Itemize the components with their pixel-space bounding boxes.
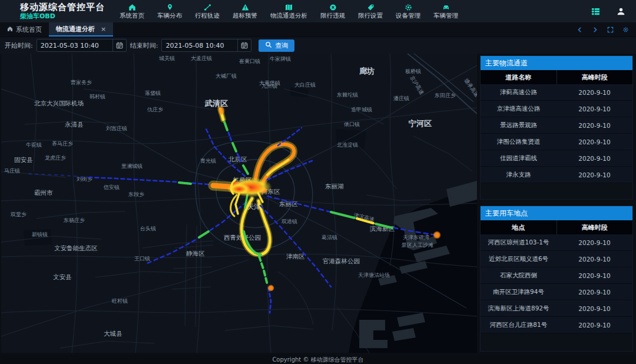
home-icon (128, 3, 136, 11)
svg-text:青光镇: 青光镇 (200, 158, 216, 164)
table-row[interactable]: 京津塘高速公路 2020-9-10 (481, 101, 632, 117)
nav-item-overlimit-alert[interactable]: 超标预警 (226, 3, 264, 20)
svg-text:武清区: 武清区 (204, 99, 228, 108)
table-row[interactable]: 滨海新区上海道892号 2020-9-10 (481, 300, 632, 317)
svg-text:俵口镇: 俵口镇 (343, 121, 360, 127)
gear-icon (405, 3, 412, 11)
tab-settings[interactable] (622, 24, 629, 35)
start-time-label: 开始时间: (5, 41, 33, 50)
table-row[interactable]: 河西区台儿庄路81号 2020-9-10 (481, 317, 632, 333)
filter-bar: 开始时间: 结束时间: 查询 (0, 37, 636, 54)
svg-text:韩村镇: 韩村镇 (90, 94, 105, 100)
tag-icon (367, 3, 375, 11)
user-icon[interactable] (617, 7, 625, 16)
nav-item-restriction-violation[interactable]: 限行违规 (314, 3, 352, 20)
table-row[interactable]: 近郊北辰区顺义道6号 2020-9-10 (481, 251, 632, 267)
cell-name: 南开区卫津路94号 (481, 284, 556, 300)
svg-text:景区人工沙滩: 景区人工沙滩 (402, 242, 433, 248)
tab-home-icon (7, 26, 13, 34)
search-icon (265, 41, 272, 50)
table-row[interactable]: 河西区琼州道103-1号 2020-9-10 (481, 234, 632, 251)
svg-text:大孟庄镇: 大孟庄镇 (191, 55, 212, 61)
table-row[interactable]: 景远路景观路 2020-9-10 (481, 117, 632, 134)
table-row[interactable]: 佳园道津霸线 2020-9-10 (481, 150, 632, 167)
app-subtitle: 柴油车OBD (20, 13, 105, 20)
table-row[interactable]: 南开区卫津路94号 2020-9-10 (481, 284, 632, 300)
svg-text:牛家牌镇: 牛家牌镇 (270, 56, 291, 62)
cell-peak-period: 2020-9-10 (556, 134, 632, 150)
nav-item-vehicle-management[interactable]: 车辆管理 (427, 3, 465, 20)
nav-item-label: 车辆分布 (157, 12, 182, 20)
settings-icon (622, 24, 629, 35)
svg-text:大白庄镇: 大白庄镇 (294, 82, 316, 88)
table-row[interactable]: 津永支路 2020-9-10 (481, 167, 632, 183)
tab-expand[interactable] (607, 24, 614, 35)
end-time-label: 结束时间: (130, 41, 158, 50)
nav-item-vehicle-distribution[interactable]: 车辆分布 (151, 3, 188, 20)
nav-item-label: 设备管理 (396, 12, 420, 20)
calendar-icon[interactable] (237, 39, 251, 51)
cell-name: 津永支路 (481, 167, 556, 183)
cell-peak-period: 2020-9-10 (556, 117, 632, 133)
start-time-input[interactable] (37, 42, 112, 49)
cell-peak-period: 2020-9-10 (556, 284, 632, 300)
svg-text:北辰区: 北辰区 (228, 155, 247, 163)
nav-item-restriction-settings[interactable]: 限行设置 (352, 3, 389, 20)
ban-icon (329, 3, 337, 11)
app-title: 移动源综合管控平台 (20, 3, 105, 12)
table-header: 地点 高峰时段 (481, 220, 632, 234)
panel-vehicle-locations: 主要用车地点 地点 高峰时段 河西区琼州道103-1号 2020-9-10 近郊… (480, 206, 633, 352)
svg-text:永清县: 永清县 (65, 121, 84, 128)
tab-label: 物流通道分析 (56, 25, 95, 34)
expand-icon (607, 24, 614, 35)
query-button[interactable]: 查询 (259, 39, 294, 52)
column-road-name: 道路名称 (481, 70, 556, 84)
cell-name: 津蓟高速公路 (481, 84, 556, 100)
map-canvas[interactable]: 廊坊九州镇京沪高速北京大兴国际机场曹家务乡韩村镇落垡镇仇庄乡固安县永清县刘宫庄镇… (1, 54, 477, 353)
chevron-right-icon (592, 24, 598, 35)
cell-peak-period: 2020-9-10 (556, 251, 632, 267)
nav-item-device-management[interactable]: 设备管理 (389, 3, 427, 20)
table-row[interactable]: 津蓟高速公路 2020-9-10 (481, 84, 632, 101)
panel-logistics-corridors: 主要物流通道 道路名称 高峰时段 津蓟高速公路 2020-9-10 京津塘高速公… (480, 55, 633, 200)
nav-item-label: 系统首页 (120, 12, 144, 20)
nav-item-label: 限行设置 (358, 12, 383, 20)
svg-text:旺村镇: 旺村镇 (112, 298, 128, 304)
nav-item-home[interactable]: 系统首页 (113, 3, 151, 20)
nav-item-logistics-analysis[interactable]: 物流通道分析 (264, 3, 314, 20)
map-icon (285, 3, 293, 11)
grid-icon[interactable] (591, 7, 600, 16)
car-icon (442, 3, 450, 11)
svg-text:大黄堡镇: 大黄堡镇 (259, 80, 280, 86)
tab-home[interactable]: 系统首页 (0, 22, 49, 37)
svg-text:官港森林公园: 官港森林公园 (323, 257, 360, 264)
svg-text:城关镇: 城关镇 (158, 55, 175, 61)
main-menu: 系统首页 车辆分布 行程轨迹 超标预警 物流通道分析 限行违规 限行设置 设备管… (113, 3, 465, 20)
svg-text:台头镇: 台头镇 (140, 226, 156, 231)
tab-scroll-left[interactable] (577, 24, 583, 35)
footer: Copyright © 移动源综合管控平台 (0, 355, 636, 364)
svg-text:天津塘沽站场: 天津塘沽站场 (358, 272, 390, 278)
right-sidebar: 主要物流通道 道路名称 高峰时段 津蓟高速公路 2020-9-10 京津塘高速公… (480, 54, 633, 353)
cell-peak-period: 2020-9-10 (556, 234, 632, 250)
end-time-input[interactable] (162, 42, 237, 49)
table-row[interactable]: 津围公路集贤道 2020-9-10 (481, 134, 632, 150)
copyright-text: Copyright © 移动源综合管控平台 (272, 356, 363, 364)
calendar-icon[interactable] (112, 39, 126, 51)
nav-item-trip-track[interactable]: 行程轨迹 (188, 3, 226, 20)
svg-text:霸州市: 霸州市 (34, 189, 53, 196)
start-time-picker (37, 39, 127, 52)
svg-text:造甲城镇: 造甲城镇 (351, 107, 372, 112)
svg-text:天津东疆湾: 天津东疆湾 (403, 234, 429, 240)
table-row[interactable]: 石家大院西侧 2020-9-10 (481, 267, 632, 284)
close-icon[interactable]: × (101, 25, 106, 33)
tab-logistics-analysis[interactable]: 物流通道分析 × (49, 22, 113, 37)
cell-name: 景远路景观路 (481, 117, 556, 133)
svg-text:养马庄乡: 养马庄乡 (52, 141, 73, 147)
tabs: 系统首页 物流通道分析 × (0, 22, 113, 37)
svg-text:牛驼镇: 牛驼镇 (26, 142, 42, 148)
tab-scroll-right[interactable] (592, 24, 598, 35)
svg-text:曹家务乡: 曹家务乡 (70, 80, 92, 85)
topbar-right (591, 7, 625, 16)
svg-text:文安县: 文安县 (53, 273, 72, 280)
